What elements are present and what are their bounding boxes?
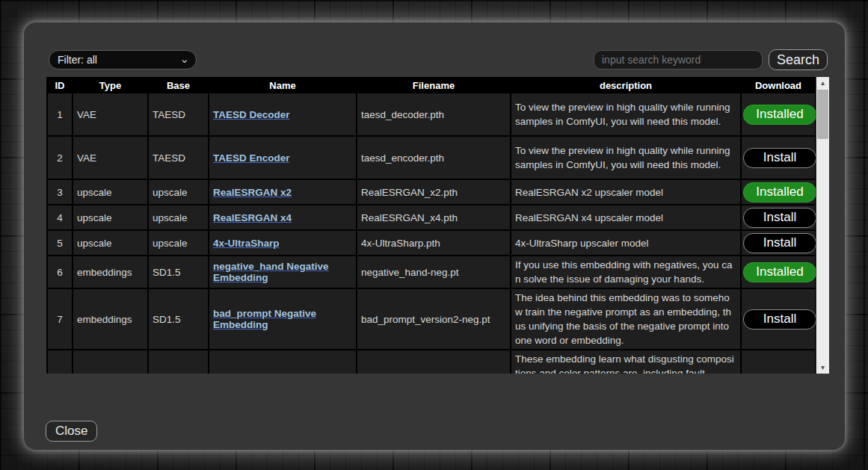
table-scrollbar[interactable]: ▴ ▾: [816, 77, 829, 374]
cell-base: upscale: [148, 230, 209, 256]
scroll-down-icon[interactable]: ▾: [816, 362, 829, 374]
cell-name: RealESRGAN x2: [209, 179, 357, 205]
cell-type: upscale: [73, 230, 148, 256]
cell-download: [741, 350, 816, 374]
cell-base: TAESD: [148, 136, 209, 179]
column-header: Name: [209, 78, 357, 93]
installed-button[interactable]: Installed: [743, 182, 816, 202]
cell-base: upscale: [148, 205, 209, 230]
cell-base: SD1.5: [148, 256, 209, 288]
installed-button[interactable]: Installed: [743, 105, 816, 125]
close-button[interactable]: Close: [46, 421, 97, 442]
cell-base: [148, 350, 209, 374]
cell-description: RealESRGAN x4 upscaler model: [511, 205, 741, 230]
table-row: 4upscaleupscaleRealESRGAN x4RealESRGAN_x…: [47, 205, 816, 230]
table-header-row: IDTypeBaseNameFilenamedescriptionDownloa…: [47, 78, 816, 93]
table-row: 1VAETAESDTAESD Decodertaesd_decoder.pthT…: [47, 93, 816, 136]
cell-id: 7: [47, 288, 73, 350]
cell-id: 5: [47, 230, 73, 256]
cell-base: TAESD: [148, 93, 209, 136]
model-name-link[interactable]: 4x-UltraSharp: [213, 238, 280, 249]
scroll-up-icon[interactable]: ▴: [816, 77, 829, 89]
filter-dropdown[interactable]: Filter: all ⌄: [49, 50, 197, 69]
cell-filename: [357, 350, 511, 374]
cell-filename: negative_hand-neg.pt: [357, 256, 511, 288]
cell-type: VAE: [73, 93, 148, 136]
cell-type: upscale: [73, 205, 148, 230]
model-name-link[interactable]: TAESD Encoder: [213, 152, 290, 164]
models-table: IDTypeBaseNameFilenamedescriptionDownloa…: [46, 77, 816, 374]
model-name-link[interactable]: RealESRGAN x2: [213, 187, 292, 198]
cell-id: 2: [47, 136, 73, 179]
model-name-link[interactable]: bad_prompt Negative Embedding: [213, 308, 316, 330]
column-header: ID: [47, 78, 73, 93]
cell-type: embeddings: [73, 256, 148, 288]
cell-filename: RealESRGAN_x4.pth: [357, 205, 511, 230]
table-row: These embedding learn what disgusting co…: [47, 350, 816, 374]
installed-button[interactable]: Installed: [743, 262, 816, 282]
install-button[interactable]: Install: [743, 148, 816, 168]
model-name-link[interactable]: RealESRGAN x4: [213, 212, 292, 223]
model-name-link[interactable]: negative_hand Negative Embedding: [213, 261, 329, 283]
cell-type: upscale: [73, 179, 148, 205]
filter-select[interactable]: Filter: all: [49, 50, 197, 69]
cell-name: 4x-UltraSharp: [209, 230, 357, 256]
cell-id: 4: [47, 205, 73, 230]
cell-name: bad_prompt Negative Embedding: [209, 288, 357, 350]
cell-filename: taesd_encoder.pth: [357, 136, 511, 179]
cell-description: To view the preview in high quality whil…: [511, 136, 741, 179]
cell-download: Installed: [741, 93, 816, 136]
table-row: 5upscaleupscale4x-UltraSharp4x-UltraShar…: [47, 230, 816, 256]
search-button[interactable]: Search: [769, 49, 828, 70]
table-row: 3upscaleupscaleRealESRGAN x2RealESRGAN_x…: [47, 179, 816, 205]
cell-base: upscale: [148, 179, 209, 205]
cell-filename: bad_prompt_version2-neg.pt: [357, 288, 511, 350]
table-row: 7embeddingsSD1.5bad_prompt Negative Embe…: [47, 288, 816, 350]
install-button[interactable]: Install: [743, 208, 816, 228]
cell-download: Install: [741, 230, 816, 256]
install-models-dialog: Filter: all ⌄ Search IDTypeBaseNameFilen…: [24, 22, 845, 450]
cell-type: VAE: [73, 136, 148, 179]
search-input[interactable]: [594, 50, 763, 69]
cell-filename: 4x-UltraSharp.pth: [357, 230, 511, 256]
cell-id: 3: [47, 179, 73, 205]
scrollbar-thumb[interactable]: [817, 90, 828, 139]
table-row: 2VAETAESDTAESD Encodertaesd_encoder.pthT…: [47, 136, 816, 179]
cell-description: The idea behind this embedding was to so…: [511, 288, 741, 350]
models-table-body: 1VAETAESDTAESD Decodertaesd_decoder.pthT…: [47, 93, 816, 374]
cell-description: These embedding learn what disgusting co…: [511, 350, 741, 374]
cell-download: Install: [741, 205, 816, 230]
cell-description: 4x-UltraSharp upscaler model: [511, 230, 741, 256]
cell-base: SD1.5: [148, 288, 209, 350]
cell-type: [73, 350, 148, 374]
cell-download: Install: [741, 288, 816, 350]
cell-name: negative_hand Negative Embedding: [209, 256, 357, 288]
models-table-viewport: IDTypeBaseNameFilenamedescriptionDownloa…: [46, 77, 816, 374]
cell-description: If you use this embedding with negatives…: [511, 256, 741, 288]
cell-download: Install: [741, 136, 816, 179]
cell-download: Installed: [741, 179, 816, 205]
column-header: description: [511, 78, 741, 93]
cell-description: To view the preview in high quality whil…: [511, 93, 741, 136]
cell-filename: taesd_decoder.pth: [357, 93, 511, 136]
model-name-link[interactable]: TAESD Decoder: [213, 109, 290, 120]
cell-filename: RealESRGAN_x2.pth: [357, 179, 511, 205]
install-button[interactable]: Install: [743, 233, 816, 253]
cell-download: Installed: [741, 256, 816, 288]
column-header: Download: [741, 78, 816, 93]
cell-id: 1: [47, 93, 73, 136]
cell-id: [47, 350, 73, 374]
table-row: 6embeddingsSD1.5negative_hand Negative E…: [47, 256, 816, 288]
column-header: Base: [148, 78, 209, 93]
cell-name: TAESD Decoder: [209, 93, 357, 136]
cell-id: 6: [47, 256, 73, 288]
column-header: Type: [73, 78, 148, 93]
install-button[interactable]: Install: [743, 309, 816, 330]
cell-description: RealESRGAN x2 upscaler model: [511, 179, 741, 205]
cell-name: [209, 350, 357, 374]
cell-name: RealESRGAN x4: [209, 205, 357, 230]
cell-type: embeddings: [73, 288, 148, 350]
cell-name: TAESD Encoder: [209, 136, 357, 179]
column-header: Filename: [357, 78, 511, 93]
